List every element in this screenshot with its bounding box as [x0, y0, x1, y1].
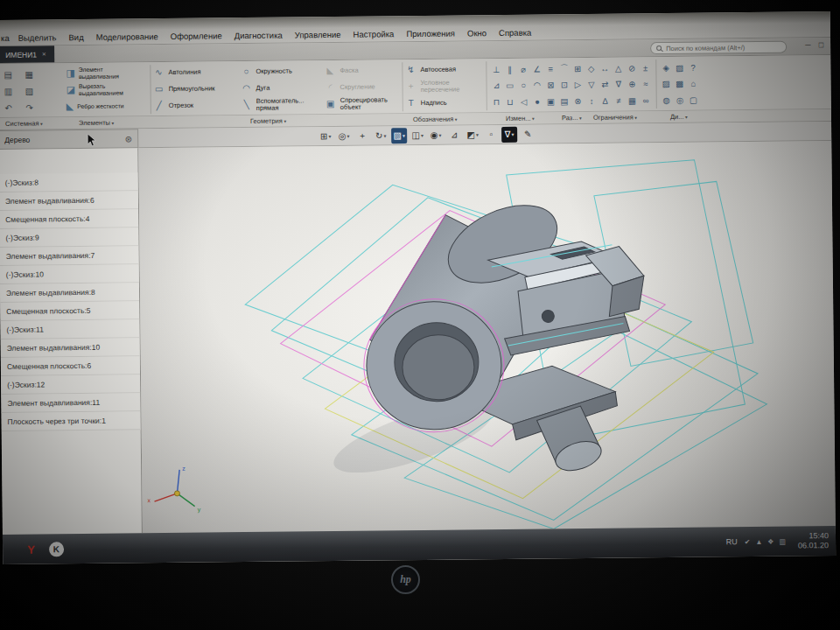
- tray-icon[interactable]: ▥: [779, 537, 786, 545]
- tool-button[interactable]: ↯ Автоосевая: [405, 60, 486, 78]
- tool-button[interactable]: ╱ Отрезок: [154, 96, 234, 114]
- grid-tool-icon[interactable]: ⇄: [598, 76, 612, 93]
- grid-tool-icon[interactable]: ○: [516, 77, 530, 94]
- menu-item[interactable]: Приложения: [406, 29, 455, 39]
- grid-tool-icon[interactable]: ≠: [612, 92, 626, 108]
- grid-tool-icon[interactable]: ▩: [673, 75, 687, 92]
- tree-item[interactable]: Смещенная плоскость:4: [0, 209, 138, 229]
- grid-tool-icon[interactable]: ≡: [543, 60, 557, 77]
- grid-tool-icon[interactable]: ∠: [530, 60, 544, 77]
- grid-tool-icon[interactable]: ⊘: [625, 60, 639, 76]
- grid-tool-icon[interactable]: ▣: [544, 93, 558, 109]
- close-icon[interactable]: ×: [42, 50, 46, 58]
- menu-item[interactable]: Выделить: [18, 32, 57, 42]
- feature-button[interactable]: ◣ Ребро жесткости: [66, 97, 149, 115]
- grid-tool-icon[interactable]: ◁: [517, 94, 531, 110]
- tool-button[interactable]: ▣ Спроецировать объект: [326, 94, 406, 112]
- tree-item[interactable]: (-)Эскиз:8: [0, 172, 138, 192]
- menu-item[interactable]: Вид: [68, 32, 83, 42]
- tree-item[interactable]: (-)Эскиз:12: [1, 374, 140, 395]
- view-tool-button[interactable]: ∇: [501, 126, 517, 142]
- view-tool-button[interactable]: ◎: [336, 128, 352, 144]
- window-control-icon[interactable]: □: [819, 40, 824, 49]
- menu-item[interactable]: Диагностика: [234, 31, 283, 41]
- file-tool-icon[interactable]: ▥: [2, 83, 16, 100]
- view-tool-button[interactable]: ⊿: [446, 127, 462, 143]
- grid-tool-icon[interactable]: ⌒: [557, 60, 571, 77]
- grid-tool-icon[interactable]: ⌀: [516, 61, 530, 78]
- group-label[interactable]: Ди...: [670, 113, 688, 121]
- view-tool-button[interactable]: ◉: [428, 127, 444, 143]
- tree-item[interactable]: (-)Эскиз:9: [0, 228, 138, 248]
- grid-tool-icon[interactable]: ◍: [660, 92, 674, 108]
- group-label[interactable]: Ограничения: [593, 113, 637, 122]
- group-label[interactable]: Геометрия: [250, 117, 286, 125]
- view-tool-button[interactable]: ↻: [373, 128, 388, 144]
- taskbar-app-icon[interactable]: Y: [27, 542, 35, 556]
- grid-tool-icon[interactable]: ⊞: [570, 60, 584, 77]
- menu-item[interactable]: Моделирование: [96, 32, 158, 42]
- tool-button[interactable]: + Условное пересечение: [405, 77, 486, 94]
- tree-item[interactable]: (-)Эскиз:10: [0, 264, 139, 284]
- view-tool-button[interactable]: ◫: [410, 127, 425, 143]
- menu-item[interactable]: Настройка: [354, 29, 395, 38]
- feature-button[interactable]: ◪ Вырезать выдавливанием: [66, 80, 149, 98]
- menu-item[interactable]: Оформление: [171, 31, 222, 41]
- grid-tool-icon[interactable]: ▢: [687, 92, 701, 108]
- tree-item[interactable]: Смещенная плоскость:6: [1, 356, 140, 376]
- view-tool-button[interactable]: ◩: [465, 127, 480, 143]
- view-tool-button[interactable]: ⊞: [318, 128, 333, 144]
- grid-tool-icon[interactable]: ▧: [673, 60, 687, 76]
- grid-tool-icon[interactable]: ⊓: [490, 94, 504, 110]
- grid-tool-icon[interactable]: ◎: [673, 92, 687, 108]
- tray-icon[interactable]: ▲: [755, 537, 762, 545]
- taskbar-app-icon[interactable]: K: [49, 542, 64, 556]
- group-label[interactable]: Измен...: [506, 115, 535, 122]
- grid-tool-icon[interactable]: ∆: [598, 93, 612, 109]
- menu-item[interactable]: Управление: [295, 30, 341, 40]
- tray-icon[interactable]: ✔: [745, 538, 751, 546]
- grid-tool-icon[interactable]: ?: [686, 60, 700, 76]
- grid-tool-icon[interactable]: ▤: [557, 93, 571, 109]
- group-label[interactable]: Обозначения: [413, 116, 458, 124]
- grid-tool-icon[interactable]: ⊡: [557, 77, 571, 94]
- file-tool-icon[interactable]: ▦: [22, 66, 36, 83]
- command-search-input[interactable]: Поиск по командам (Alt+/): [650, 41, 787, 55]
- grid-tool-icon[interactable]: ▨: [659, 75, 673, 92]
- view-tool-button[interactable]: ▧: [391, 128, 407, 144]
- group-label[interactable]: Раз...: [562, 114, 582, 122]
- feature-button[interactable]: ◨ Элемент выдавливания: [66, 64, 148, 81]
- file-tool-icon[interactable]: ↷: [23, 100, 37, 116]
- tree-item[interactable]: Элемент выдавливания:10: [1, 338, 140, 358]
- tool-button[interactable]: ◣ Фаска: [325, 61, 405, 79]
- tool-button[interactable]: T Надпись: [406, 94, 486, 111]
- grid-tool-icon[interactable]: ±: [639, 60, 653, 76]
- tool-button[interactable]: ○ Окружность: [241, 62, 321, 80]
- grid-tool-icon[interactable]: ⌂: [686, 75, 700, 92]
- taskbar-clock[interactable]: 15:40 06.01.20: [793, 531, 829, 550]
- group-label[interactable]: Элементы: [79, 119, 114, 127]
- language-indicator[interactable]: RU: [726, 537, 738, 546]
- grid-tool-icon[interactable]: ▷: [570, 76, 584, 93]
- grid-tool-icon[interactable]: ∥: [503, 61, 517, 78]
- grid-tool-icon[interactable]: ●: [530, 93, 544, 109]
- grid-tool-icon[interactable]: ▦: [626, 92, 640, 108]
- gear-icon[interactable]: ⊛: [125, 134, 133, 144]
- grid-tool-icon[interactable]: ▽: [584, 76, 598, 93]
- view-tool-button[interactable]: +: [354, 128, 370, 144]
- tool-button[interactable]: ◠ Дуга: [241, 79, 321, 96]
- tree-item[interactable]: Элемент выдавливания:8: [0, 283, 139, 303]
- tool-button[interactable]: ∿ Автолиния: [153, 63, 234, 80]
- tree-item[interactable]: Плоскость через три точки:1: [1, 411, 140, 431]
- tree-item[interactable]: Элемент выдавливания:7: [0, 246, 139, 266]
- grid-tool-icon[interactable]: ⊿: [489, 77, 503, 94]
- file-tool-icon[interactable]: ▧: [23, 83, 37, 100]
- grid-tool-icon[interactable]: ↔: [598, 60, 612, 77]
- grid-tool-icon[interactable]: ∞: [639, 92, 653, 108]
- tree-item[interactable]: Элемент выдавливания:11: [1, 393, 140, 413]
- menu-item[interactable]: Окно: [467, 28, 486, 38]
- grid-tool-icon[interactable]: ⊔: [503, 94, 517, 110]
- view-tool-button[interactable]: ▫: [483, 127, 499, 143]
- 3d-viewport-canvas[interactable]: z x y: [138, 141, 836, 533]
- tool-button[interactable]: ◜ Скругление: [325, 78, 405, 95]
